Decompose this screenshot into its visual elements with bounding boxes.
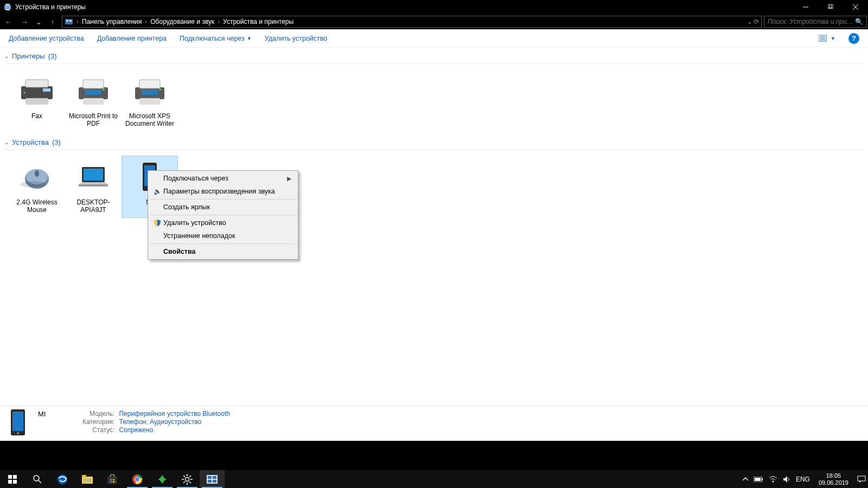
language-indicator[interactable]: ENG (796, 476, 810, 483)
control-panel-icon (65, 17, 73, 26)
svg-line-68 (183, 476, 185, 477)
svg-point-43 (17, 432, 19, 434)
details-status-value: Сопряжено (119, 426, 229, 434)
svg-point-48 (34, 476, 39, 481)
start-button[interactable] (0, 470, 25, 488)
address-bar[interactable]: › Панель управления › Оборудование и зву… (62, 16, 762, 28)
address-dropdown[interactable]: ⌄ (747, 18, 752, 25)
menu-remove-device[interactable]: Удалить устройство (149, 216, 297, 229)
svg-rect-15 (21, 86, 53, 99)
chevron-down-icon: ▼ (247, 36, 252, 41)
remove-device-button[interactable]: Удалить устройство (265, 35, 328, 42)
context-menu: Подключаться через ▶ 🔈 Параметры воспрои… (148, 170, 298, 260)
breadcrumb-devices-printers[interactable]: Устройства и принтеры (223, 18, 293, 25)
svg-marker-36 (79, 182, 108, 184)
nav-forward-button[interactable]: → (17, 15, 31, 28)
volume-icon[interactable] (783, 476, 790, 483)
svg-line-70 (183, 481, 185, 483)
svg-rect-76 (213, 480, 216, 483)
menu-create-shortcut[interactable]: Создать ярлык (149, 201, 297, 214)
minimize-button[interactable] (793, 0, 818, 14)
svg-rect-46 (8, 480, 12, 484)
laptop-icon (72, 158, 115, 197)
wifi-icon[interactable] (769, 476, 777, 483)
svg-rect-56 (113, 479, 114, 480)
content-area: ⌄ Принтеры (3) Fax Microsoft Print to PD… (0, 48, 868, 406)
taskbar-store[interactable] (100, 470, 125, 488)
svg-rect-55 (110, 479, 112, 480)
printers-list: Fax Microsoft Print to PDF Microsoft XPS… (4, 64, 868, 136)
svg-rect-58 (113, 481, 114, 483)
menu-sound-playback[interactable]: 🔈 Параметры воспроизведения звука (149, 185, 297, 198)
refresh-button[interactable]: ⟳ (754, 18, 759, 25)
svg-rect-79 (755, 478, 761, 481)
svg-rect-73 (208, 476, 212, 479)
details-name: MI (38, 410, 76, 418)
taskbar-control-panel[interactable] (200, 470, 225, 488)
svg-rect-74 (213, 476, 216, 479)
taskbar: ENG 18:05 09.06.2019 (0, 470, 868, 488)
shield-icon (151, 219, 163, 227)
svg-rect-37 (79, 184, 108, 187)
taskbar-settings[interactable] (175, 470, 200, 488)
nav-recent-dropdown[interactable]: ⌄ (34, 15, 43, 28)
svg-point-32 (35, 170, 39, 177)
svg-point-80 (772, 480, 774, 482)
breadcrumb-control-panel[interactable]: Панель управления (82, 18, 142, 25)
chevron-down-icon: ⌄ (4, 139, 9, 145)
device-item-desktop[interactable]: DESKTOP-APIA9JT (65, 156, 122, 218)
svg-rect-82 (858, 476, 865, 481)
add-printer-button[interactable]: Добавление принтера (97, 35, 167, 42)
taskbar-chrome[interactable] (125, 470, 150, 488)
chevron-right-icon: ▶ (287, 175, 291, 182)
menu-properties[interactable]: Свойства (149, 245, 297, 258)
svg-rect-16 (25, 80, 48, 87)
chevron-down-icon: ⌄ (4, 53, 9, 59)
menu-troubleshoot[interactable]: Устранение неполадок (149, 229, 297, 242)
svg-rect-57 (110, 481, 112, 483)
svg-rect-42 (12, 412, 23, 431)
nav-up-button[interactable]: ↑ (46, 15, 60, 28)
svg-rect-18 (43, 88, 50, 92)
printer-icon (72, 72, 115, 111)
view-options-button[interactable]: ▼ (819, 35, 835, 42)
taskbar-explorer[interactable] (75, 470, 100, 488)
taskbar-edge[interactable] (50, 470, 75, 488)
svg-point-29 (159, 88, 161, 91)
group-header-printers[interactable]: ⌄ Принтеры (3) (4, 50, 864, 64)
breadcrumb-hardware-sound[interactable]: Оборудование и звук (150, 18, 214, 25)
taskbar-search-button[interactable] (25, 470, 50, 488)
fax-icon (15, 72, 59, 111)
device-item-mouse[interactable]: 2.4G Wireless Mouse (9, 156, 65, 218)
svg-rect-22 (83, 98, 104, 105)
chevron-right-icon: › (144, 18, 148, 25)
help-button[interactable]: ? (848, 33, 859, 44)
group-header-devices[interactable]: ⌄ Устройства (3) (4, 136, 864, 150)
svg-rect-52 (82, 475, 86, 478)
nav-back-button[interactable]: ← (1, 15, 15, 28)
add-device-button[interactable]: Добавление устройства (9, 35, 84, 42)
svg-point-63 (186, 477, 189, 481)
device-item-fax[interactable]: Fax (9, 69, 65, 132)
clock[interactable]: 18:05 09.06.2019 (815, 472, 852, 486)
svg-rect-35 (84, 169, 103, 181)
taskbar-app-green[interactable] (150, 470, 175, 488)
details-category-value: Телефон; Аудиоустройство (119, 418, 229, 426)
svg-rect-28 (142, 89, 158, 95)
search-input[interactable]: Поиск: Устройства и принте... 🔍 (764, 16, 867, 28)
details-model-label: Модель: (82, 410, 114, 418)
device-item-print-to-pdf[interactable]: Microsoft Print to PDF (65, 69, 122, 132)
svg-rect-2 (5, 9, 10, 10)
svg-rect-21 (83, 80, 104, 88)
svg-line-69 (189, 481, 191, 483)
maximize-button[interactable] (818, 0, 843, 14)
connect-via-button[interactable]: Подключаться через ▼ (180, 35, 252, 42)
action-center-icon[interactable] (857, 476, 866, 483)
menu-connect-via[interactable]: Подключаться через ▶ (149, 172, 297, 185)
tray-overflow-button[interactable] (743, 477, 748, 482)
device-item-xps-writer[interactable]: Microsoft XPS Document Writer (122, 69, 178, 132)
svg-rect-78 (762, 478, 763, 480)
battery-icon[interactable] (754, 477, 763, 482)
close-button[interactable] (843, 0, 868, 14)
svg-rect-0 (4, 5, 11, 9)
